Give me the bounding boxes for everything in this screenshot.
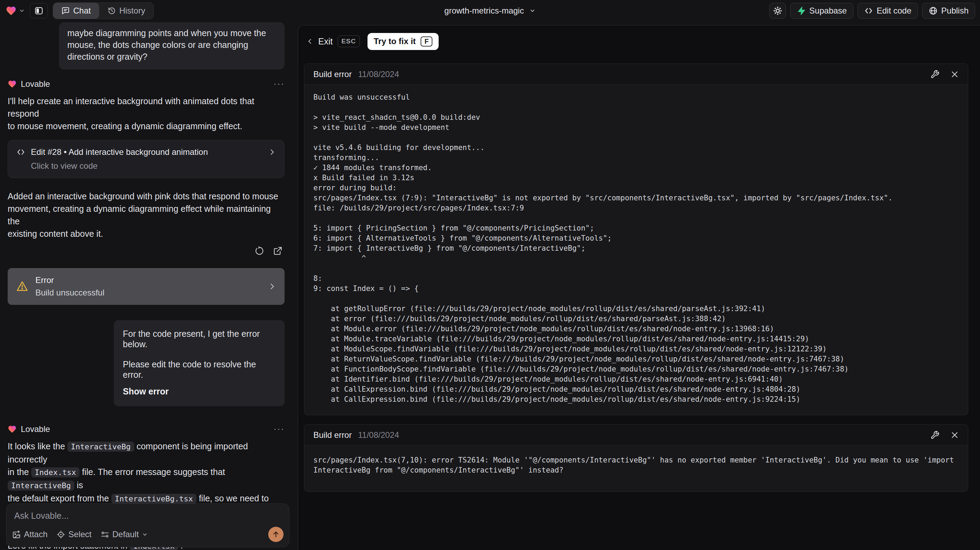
user-message: maybe diagramming points and when you mo… — [59, 22, 285, 69]
try-to-fix-button[interactable]: Try to fix it F — [368, 33, 439, 50]
restore-version-icon[interactable] — [255, 246, 264, 255]
mode-select[interactable]: Default — [101, 529, 148, 539]
fix-wrench-icon[interactable] — [931, 430, 939, 440]
warning-triangle-icon — [16, 280, 29, 293]
fix-wrench-icon[interactable] — [931, 70, 939, 79]
supabase-label: Supabase — [809, 6, 847, 16]
chat-panel: maybe diagramming points and when you mo… — [0, 22, 294, 550]
lovable-avatar-heart-icon — [8, 425, 17, 434]
chevron-right-icon — [268, 148, 276, 156]
user-message: For the code present, I get the error be… — [114, 320, 285, 406]
message-options-button[interactable]: ··· — [274, 424, 285, 434]
edit-card-28[interactable]: Edit #28 • Add interactive background an… — [8, 140, 285, 178]
assistant-header: Lovable ··· — [8, 78, 285, 89]
arrow-up-icon — [272, 530, 280, 539]
chevron-left-icon — [306, 38, 313, 45]
edit-code-label: Edit code — [877, 6, 911, 16]
assistant-message: I'll help create an interactive backgrou… — [8, 95, 285, 132]
try-to-fix-label: Try to fix it — [374, 37, 416, 46]
panel-title: Build error — [313, 430, 352, 440]
panel-title: Build error — [313, 69, 352, 79]
build-error-panel-1: Build error 11/08/2024 Build was unsucce… — [304, 64, 968, 415]
code-brackets-icon — [864, 6, 873, 15]
edit-code-button[interactable]: Edit code — [858, 3, 918, 19]
edit-card-title: Edit #28 • Add interactive background an… — [31, 147, 208, 157]
tab-history-label: History — [119, 6, 145, 16]
supabase-button[interactable]: Supabase — [790, 3, 853, 19]
f-shortcut-badge: F — [421, 37, 433, 46]
sliders-icon — [101, 530, 109, 539]
show-error-link[interactable]: Show error — [123, 386, 275, 397]
tab-chat-label: Chat — [73, 6, 91, 16]
error-card-title: Error — [35, 275, 105, 285]
panel-date: 11/08/2024 — [358, 430, 399, 440]
close-icon[interactable] — [950, 70, 959, 78]
user-message-line: Please edit the code to resolve the erro… — [123, 359, 275, 380]
mode-label: Default — [113, 529, 139, 539]
edit-card-subtitle: Click to view code — [31, 161, 276, 171]
chevron-down-icon — [530, 8, 536, 14]
tab-history[interactable]: History — [99, 3, 154, 19]
code-brackets-icon — [16, 148, 25, 156]
message-actions — [8, 246, 285, 255]
sidebar-toggle-button[interactable] — [30, 3, 48, 18]
build-error-card[interactable]: Error Build unsuccessful — [8, 268, 285, 305]
chevron-down-icon — [142, 532, 148, 537]
project-switcher[interactable]: growth-metrics-magic — [444, 0, 535, 22]
attach-image-icon — [12, 530, 21, 539]
assistant-message: Added an interactive background with pin… — [8, 190, 285, 240]
attach-button[interactable]: Attach — [12, 529, 48, 539]
lovable-avatar-heart-icon — [8, 80, 17, 89]
panel-header: Build error 11/08/2024 — [304, 64, 968, 85]
select-target-icon — [57, 530, 65, 539]
sidebar-panel-icon — [34, 6, 43, 15]
message-options-button[interactable]: ··· — [274, 78, 285, 89]
attach-label: Attach — [24, 529, 48, 539]
composer: Ask Lovable... Attach — [6, 504, 290, 547]
gear-icon — [773, 6, 783, 16]
panel-header: Build error 11/08/2024 — [304, 425, 968, 445]
chat-history-switch: Chat History — [53, 2, 154, 19]
send-button[interactable] — [268, 527, 283, 542]
exit-label: Exit — [318, 37, 333, 46]
supabase-bolt-icon — [797, 6, 806, 15]
exit-button[interactable]: Exit ESC — [306, 35, 360, 47]
chevron-right-icon — [268, 282, 276, 291]
topbar: Chat History growth-metrics-magic — [0, 0, 980, 22]
chat-bubble-icon — [61, 6, 70, 15]
assistant-header: Lovable ··· — [8, 424, 285, 434]
user-message-line: For the code present, I get the error be… — [123, 328, 275, 349]
build-log: Build was unsuccessful > vite_react_shad… — [313, 92, 959, 405]
history-clock-icon — [108, 6, 116, 15]
overlay-header: Exit ESC Try to fix it F — [298, 26, 980, 50]
select-label: Select — [68, 529, 92, 539]
lovable-heart-icon — [6, 5, 17, 16]
chevron-down-icon — [19, 8, 25, 14]
build-log: src/pages/Index.tsx(7,10): error TS2614:… — [313, 455, 959, 475]
globe-icon — [929, 6, 938, 15]
close-icon[interactable] — [950, 431, 959, 439]
select-button[interactable]: Select — [57, 529, 92, 539]
assistant-name: Lovable — [21, 424, 50, 434]
publish-button[interactable]: Publish — [922, 3, 975, 19]
chat-input[interactable]: Ask Lovable... — [14, 511, 282, 521]
esc-shortcut-badge: ESC — [338, 35, 360, 47]
tab-chat[interactable]: Chat — [53, 3, 99, 19]
error-card-subtitle: Build unsuccessful — [35, 288, 105, 298]
assistant-name: Lovable — [21, 79, 50, 89]
lovable-logo-menu[interactable] — [6, 5, 25, 16]
publish-label: Publish — [941, 6, 969, 16]
panel-date: 11/08/2024 — [358, 69, 399, 79]
error-overlay: Exit ESC Try to fix it F Build error 11/… — [298, 25, 980, 550]
build-error-panel-2: Build error 11/08/2024 src/pages/Index.t… — [304, 424, 968, 492]
project-name: growth-metrics-magic — [444, 6, 523, 16]
open-preview-icon[interactable] — [273, 246, 283, 255]
settings-button[interactable] — [769, 3, 786, 19]
